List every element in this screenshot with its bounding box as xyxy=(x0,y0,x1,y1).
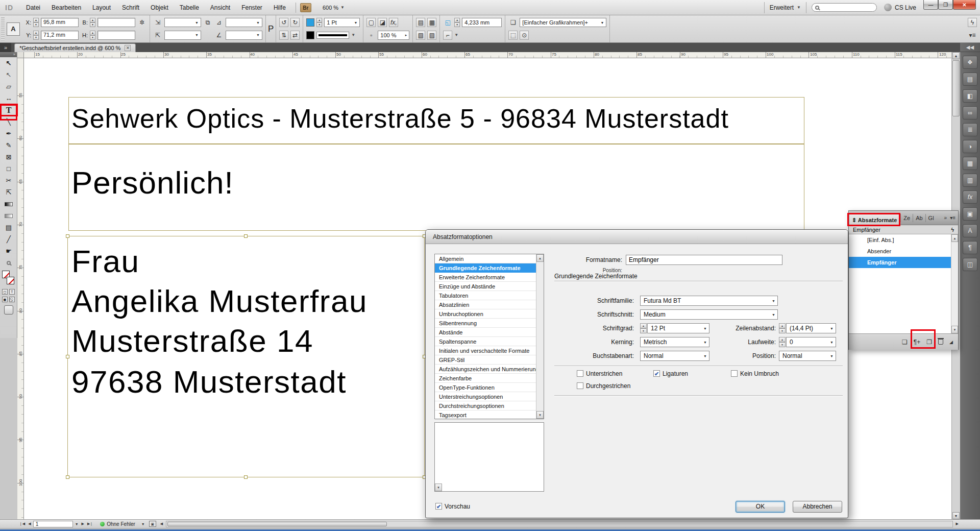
laufweite-combo[interactable]: 0 xyxy=(786,337,836,347)
durchgestrichen-label[interactable]: Durchgestrichen xyxy=(586,382,630,390)
menu-datei[interactable]: Datei xyxy=(20,0,46,15)
menu-ansicht[interactable]: Ansicht xyxy=(205,0,236,15)
panel-menu-icon[interactable]: ▾≡ xyxy=(950,215,955,221)
pages-panel-icon[interactable]: ▤ xyxy=(963,73,977,86)
object-style-combo[interactable]: [Einfacher Grafikrahmen]+▼ xyxy=(520,18,606,27)
screen-mode-button[interactable] xyxy=(4,305,13,315)
hand-tool[interactable]: ☛ xyxy=(0,245,17,257)
flip-horizontal-icon[interactable]: ⇄ xyxy=(290,31,300,40)
new-style-icon[interactable]: ❐ xyxy=(926,339,932,346)
category-item[interactable]: Tagsexport xyxy=(435,411,544,420)
width-stepper[interactable]: ▲▼ xyxy=(90,18,95,27)
corner-radius-stepper[interactable]: ▲▼ xyxy=(454,18,460,27)
x-field[interactable]: 95,8 mm xyxy=(41,18,79,27)
category-item[interactable]: Allgemein xyxy=(435,254,544,263)
rectangle-tool[interactable]: □ xyxy=(0,163,17,175)
x-stepper[interactable]: ▲▼ xyxy=(33,18,39,27)
menu-hilfe[interactable]: Hilfe xyxy=(268,0,291,15)
scroll-up-icon[interactable]: ▲ xyxy=(951,234,958,242)
stroke-color-swatch[interactable] xyxy=(306,18,314,27)
quick-apply-icon[interactable]: ϟ xyxy=(951,227,954,233)
rotation-combo[interactable]: ▼ xyxy=(226,31,262,40)
preflight-status-text[interactable]: Ohne Fehler xyxy=(107,521,135,527)
formatname-input[interactable] xyxy=(626,255,782,265)
gradient-panel-icon[interactable]: ▥ xyxy=(963,174,977,187)
zoom-level-select[interactable]: 600 % ▼ xyxy=(323,5,345,11)
delete-style-icon[interactable] xyxy=(938,339,943,345)
document-tab[interactable]: *Geschaeftsbrief erstellen.indd @ 600 % … xyxy=(14,43,136,52)
free-transform-tool[interactable]: ⇱ xyxy=(0,186,17,198)
scissors-tool[interactable]: ✂ xyxy=(0,175,17,186)
stroke-weight-stepper[interactable]: ▲▼ xyxy=(316,18,322,27)
create-style-group-icon[interactable]: ❏ xyxy=(902,339,908,346)
swatches-panel-icon[interactable]: ▦ xyxy=(963,157,977,170)
style-item[interactable]: Absender xyxy=(849,246,958,257)
apply-none-icon[interactable]: ⃠ xyxy=(9,297,15,302)
schriftschnitt-combo[interactable]: Medium xyxy=(640,309,778,320)
minimize-button[interactable]: — xyxy=(923,0,938,10)
scale-x-combo[interactable]: ▼ xyxy=(164,18,201,27)
flip-vertical-icon[interactable]: ⇅ xyxy=(279,31,288,40)
stroke-swatch-none[interactable] xyxy=(7,277,14,284)
category-item[interactable]: Zeichenfarbe xyxy=(435,374,544,383)
menu-tabelle[interactable]: Tabelle xyxy=(174,0,205,15)
y-stepper[interactable]: ▲▼ xyxy=(33,31,39,40)
panel-collapse-icon[interactable]: » xyxy=(944,215,947,221)
effects-icon[interactable]: fx, xyxy=(389,18,398,27)
style-item-selected[interactable]: Empfänger xyxy=(849,257,958,268)
stroke-weight-combo[interactable]: 1 Pt▼ xyxy=(324,18,360,27)
zoom-tool[interactable] xyxy=(0,257,17,269)
scroll-up-icon[interactable]: ▲ xyxy=(952,52,960,59)
jump-object-icon[interactable]: ▨ xyxy=(427,31,436,40)
frame-handle[interactable] xyxy=(66,355,69,358)
no-text-wrap-icon[interactable]: ▤ xyxy=(416,18,425,27)
kein-umbruch-checkbox[interactable] xyxy=(731,370,738,377)
workspace-switcher[interactable]: Erweitert ▼ xyxy=(764,2,806,13)
resize-grip-icon[interactable]: ◢ xyxy=(949,340,953,345)
shear-combo[interactable]: ▼ xyxy=(226,18,262,27)
control-panel-menu-icon[interactable]: ▾≡ xyxy=(968,31,977,40)
schriftgrad-stepper[interactable]: ▲▼ xyxy=(640,323,647,333)
tab-absatzformate[interactable]: ⇕ Absatzformate xyxy=(849,214,900,225)
scale-y-combo[interactable]: ▼ xyxy=(164,31,201,40)
scroll-right-icon[interactable]: ▶ xyxy=(955,522,960,526)
scrollbar-thumb[interactable] xyxy=(952,60,960,116)
drop-shadow-icon[interactable]: ◪ xyxy=(378,18,387,27)
corner-options-icon[interactable]: ▢ xyxy=(366,18,376,27)
close-tab-icon[interactable]: ✕ xyxy=(125,45,131,51)
frame-handle[interactable] xyxy=(66,475,69,479)
durchgestrichen-checkbox[interactable] xyxy=(577,382,583,389)
wrap-object-icon[interactable]: ▧ xyxy=(416,31,425,40)
tab-overflow-icon[interactable]: » xyxy=(0,43,11,52)
tab-glyphen[interactable]: Gl xyxy=(925,214,937,222)
panel-scrollbar[interactable]: ▲ ▼ xyxy=(951,234,958,333)
formatting-container-icon[interactable]: ◻ xyxy=(2,289,8,295)
menu-schrift[interactable]: Schrift xyxy=(116,0,145,15)
type-tool[interactable]: T xyxy=(0,104,17,116)
expand-dock-icon[interactable]: ◀◀ xyxy=(960,43,980,52)
category-item[interactable]: Einzüge und Abstände xyxy=(435,282,544,291)
preflight-panel-icon[interactable]: ▣ xyxy=(149,521,156,527)
horizontal-ruler[interactable]: 1520 2530 3540 4550 5560 6570 7580 8590 … xyxy=(24,52,951,58)
category-item[interactable]: Unterstreichungsoptionen xyxy=(435,392,544,401)
vertical-ruler[interactable]: 5560 6570 7580 8590 95100 xyxy=(17,58,24,519)
gradient-feather-tool[interactable] xyxy=(0,210,17,222)
ruler-corner[interactable] xyxy=(17,52,24,58)
scroll-down-icon[interactable]: ▼ xyxy=(536,411,544,419)
tab-absaetze[interactable]: Ab xyxy=(913,214,925,222)
cs-live-label[interactable]: CS Live xyxy=(895,4,916,11)
frame-tool[interactable]: ⊠ xyxy=(0,151,17,163)
apply-color-icon[interactable]: ◼ xyxy=(2,297,8,302)
links-panel-icon[interactable]: ∞ xyxy=(963,106,977,119)
page-tool[interactable]: ▱ xyxy=(0,81,17,92)
scroll-down-icon[interactable]: ▼ xyxy=(435,484,442,491)
wrap-bounding-box-icon[interactable]: ▦ xyxy=(427,18,436,27)
schriftfamilie-combo[interactable]: Futura Md BT xyxy=(640,296,778,306)
text-wrap-panel-icon[interactable]: ◫ xyxy=(963,258,977,271)
page-menu-icon[interactable]: ▼ xyxy=(74,522,80,526)
search-input[interactable] xyxy=(819,5,870,11)
height-stepper[interactable]: ▲▼ xyxy=(90,31,95,40)
link-scale-icon[interactable]: ⧉ xyxy=(203,18,212,27)
previous-page-icon[interactable]: ◀ xyxy=(27,522,32,526)
rotate-ccw-icon[interactable]: ↺ xyxy=(279,18,288,27)
